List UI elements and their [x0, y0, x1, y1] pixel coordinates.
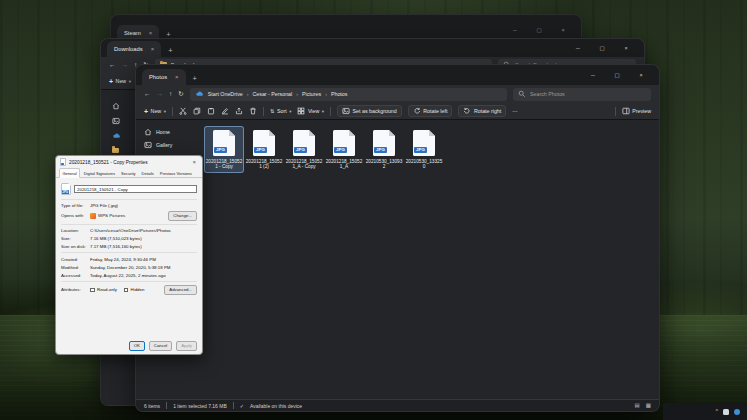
rotate-right-icon [463, 107, 471, 115]
file-tile[interactable]: JPG 20210530_133250 [404, 126, 444, 173]
file-tile[interactable]: JPG 20201218_150521_A [324, 126, 364, 173]
ok-button[interactable]: OK [129, 341, 145, 350]
advanced-button[interactable]: Advanced... [164, 285, 197, 294]
sidebar-item-home[interactable]: Home [136, 125, 198, 138]
file-type-badge: JPG [254, 147, 267, 153]
up-button[interactable]: ↑ [169, 91, 172, 98]
file-tile[interactable]: JPG 20210530_130932 [364, 126, 404, 173]
photos-window-controls: ─ ▢ × [581, 65, 653, 85]
details-view-toggle[interactable]: ▤ [635, 403, 640, 409]
minimize-button[interactable]: ─ [581, 65, 605, 85]
opens-with-row: Opens with: WPS Pictures Change... [61, 211, 197, 220]
tray-chevron-icon[interactable]: ^ [715, 409, 718, 415]
sidebar-item-gallery[interactable]: Gallery [136, 138, 198, 151]
field-label: Accessed: [61, 273, 90, 278]
new-tab-button[interactable]: + [193, 75, 197, 83]
file-type-badge: JPG [294, 147, 307, 153]
set-as-background-button[interactable]: Set as background [337, 105, 402, 117]
breadcrumb-item[interactable]: Start OneDrive [208, 91, 243, 97]
share-button[interactable] [235, 107, 243, 115]
onedrive-icon [112, 132, 121, 140]
close-tab-icon[interactable]: × [151, 46, 155, 52]
new-button[interactable]: + New ▾ [109, 78, 131, 85]
delete-button[interactable] [249, 107, 257, 115]
file-tile[interactable]: JPG 20201218_150521_A - Copy [284, 126, 324, 173]
jpg-file-icon [60, 158, 66, 166]
forward-button[interactable]: → [122, 62, 129, 69]
refresh-button[interactable]: ↻ [178, 91, 183, 98]
readonly-label: Read-only [97, 287, 117, 292]
chevron-down-icon: ▾ [289, 109, 291, 114]
close-button[interactable]: × [629, 65, 653, 85]
file-name: 20201218_150521 - Copy [205, 159, 243, 171]
field-value: 7.16 MB (7,510,023 bytes) [90, 236, 197, 241]
more-options-button[interactable]: ⋯ [512, 108, 517, 114]
breadcrumb-item[interactable]: Cesar - Personal [253, 91, 293, 97]
icons-view-toggle[interactable]: ▦ [646, 403, 651, 409]
gallery-icon [112, 117, 120, 125]
dialog-title: 20201218_150521 - Copy Properties [69, 160, 187, 165]
new-tab-button[interactable]: + [166, 31, 170, 39]
properties-dialog: 20201218_150521 - Copy Properties × Gene… [55, 155, 203, 355]
close-button[interactable]: × [614, 39, 638, 57]
cut-button[interactable] [179, 107, 187, 115]
rotate-left-icon [413, 107, 421, 115]
field-value: Today, August 22, 2025, 2 minutes ago [90, 273, 197, 278]
tab-previous-versions[interactable]: Previous Versions [157, 169, 194, 177]
field-label: Modified: [61, 265, 90, 270]
change-button[interactable]: Change... [168, 211, 197, 220]
sort-button[interactable]: ⇅ Sort ▾ [270, 108, 291, 114]
steam-tab-label: Steam [124, 30, 141, 36]
file-tile[interactable]: JPG 20201218_150521 (2) [244, 126, 284, 173]
filename-field[interactable] [74, 185, 197, 193]
back-button[interactable]: ← [144, 91, 151, 98]
sidebar-item-label: Home [156, 129, 170, 135]
close-icon[interactable]: × [190, 159, 198, 165]
copy-button[interactable] [193, 107, 201, 115]
forward-button[interactable]: → [157, 91, 164, 98]
paste-button[interactable] [207, 107, 215, 115]
file-name: 20201218_150521_A [325, 159, 363, 171]
close-tab-icon[interactable]: × [149, 30, 153, 36]
breadcrumb-item[interactable]: Pictures [302, 91, 321, 97]
maximize-button[interactable]: ▢ [590, 39, 614, 57]
tray-icon[interactable] [723, 409, 729, 415]
divider [61, 281, 197, 282]
photos-search-box[interactable] [513, 88, 651, 101]
readonly-checkbox[interactable] [90, 288, 95, 293]
back-button[interactable]: ← [109, 62, 116, 69]
breadcrumb: Start OneDrive › Cesar - Personal › Pict… [190, 88, 507, 101]
rotate-left-button[interactable]: Rotate left [408, 105, 453, 117]
new-button[interactable]: + New ▾ [144, 108, 166, 115]
type-row: Type of file: JPG File (.jpg) [61, 203, 197, 208]
jpg-file-icon: JPG [373, 130, 395, 156]
hidden-checkbox[interactable] [124, 288, 129, 293]
availability-check-icon: ✓ [240, 403, 244, 409]
photos-tab[interactable]: Photos × [142, 69, 186, 85]
new-tab-button[interactable]: + [168, 47, 172, 55]
breadcrumb-separator: › [247, 91, 249, 97]
breadcrumb-item[interactable]: Photos [331, 91, 348, 97]
rotate-right-button[interactable]: Rotate right [458, 105, 506, 117]
rename-button[interactable] [221, 107, 229, 115]
tab-security[interactable]: Security [119, 169, 138, 177]
tab-details[interactable]: Details [139, 169, 156, 177]
tray-icon[interactable] [734, 409, 740, 415]
maximize-button[interactable]: ▢ [605, 65, 629, 85]
field-label: Type of file: [61, 203, 90, 208]
search-input[interactable] [530, 91, 646, 97]
file-tile[interactable]: JPG 20201218_150521 - Copy [204, 126, 244, 173]
preview-button[interactable]: Preview [622, 107, 651, 115]
chevron-down-icon: ▾ [164, 109, 166, 114]
view-button[interactable]: View ▾ [297, 107, 324, 115]
downloads-tab-bar: Downloads × + ─ ▢ × [101, 39, 644, 57]
image-icon [342, 107, 350, 115]
cancel-button[interactable]: Cancel [149, 341, 172, 350]
apply-button[interactable]: Apply [176, 341, 197, 350]
close-tab-icon[interactable]: × [175, 74, 179, 80]
minimize-button[interactable]: ─ [566, 39, 590, 57]
downloads-tab[interactable]: Downloads × [107, 41, 161, 57]
tab-digital-signatures[interactable]: Digital Signatures [81, 169, 117, 177]
photos-tab-label: Photos [149, 74, 167, 80]
tab-general[interactable]: General [59, 168, 80, 178]
